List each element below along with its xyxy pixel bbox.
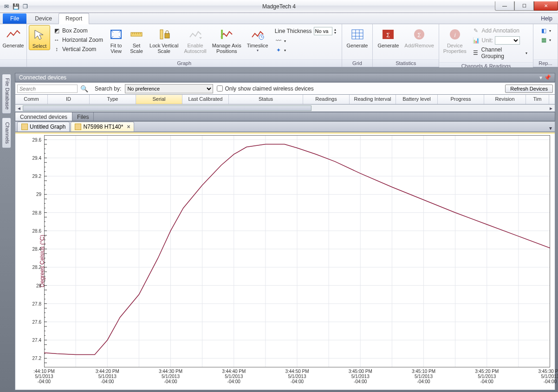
line-thickness-row[interactable]: Line Thickness ▴▾ <box>273 26 338 36</box>
title-bar: ✉ 💾 ❐ MadgeTech 4 — ☐ ✕ <box>0 0 558 13</box>
device-tab[interactable]: Device <box>28 13 58 24</box>
fit-to-view-button[interactable]: Fit to View <box>106 25 126 55</box>
only-claimed-checkbox[interactable]: Only show claimed wireless devices <box>217 85 313 92</box>
scroll-thumb[interactable] <box>23 105 311 111</box>
excel-icon: ▦ <box>540 36 547 44</box>
vertical-zoom-button[interactable]: ↕Vertical Zoom <box>51 45 105 54</box>
scroll-track[interactable] <box>23 105 547 111</box>
box-zoom-icon: ◩ <box>53 27 60 34</box>
column-header[interactable]: Comm <box>15 95 48 104</box>
column-header[interactable]: Serial <box>136 95 182 104</box>
panel-dropdown-icon[interactable]: ▾ <box>539 74 542 81</box>
add-annotation-button[interactable]: ✎Add Annotation <box>470 26 529 35</box>
graph-tabs-options-icon[interactable]: ▾ <box>546 125 555 131</box>
y-tick-label: 29.6 <box>32 137 41 142</box>
autoscroll-icon <box>188 27 203 42</box>
column-header[interactable]: Status <box>229 95 303 104</box>
report-tab[interactable]: Report <box>58 13 89 24</box>
spinner-icon[interactable]: ▴▾ <box>334 28 336 34</box>
column-header[interactable]: Tim <box>526 95 549 104</box>
side-tab-channels[interactable]: Channels <box>2 118 11 148</box>
x-tick-label: 3:44:40 PM5/1/2013-04:00 <box>222 367 246 384</box>
plot-area[interactable]: 27.227.427.627.82828.228.428.628.82929.2… <box>44 135 550 367</box>
graph-doc-icon <box>21 124 28 130</box>
svg-rect-3 <box>165 33 169 38</box>
graph-tab-dataset[interactable]: N75998 HT140*× <box>71 122 134 131</box>
column-header[interactable]: Readings <box>303 95 350 104</box>
device-properties-button[interactable]: i Device Properties <box>441 25 469 55</box>
marker-style-button[interactable]: ✦▾ <box>273 46 338 55</box>
side-tab-file-database[interactable]: File Database <box>2 74 11 114</box>
qat-copy-icon[interactable]: ❐ <box>21 3 29 10</box>
report-excel-button[interactable]: ▦▾ <box>538 35 553 45</box>
report-export-button[interactable]: ◧▾ <box>538 26 553 35</box>
search-by-label: Search by: <box>95 85 121 92</box>
chart-icon <box>6 27 21 42</box>
ribbon: Generate Select ◩Box Zoom ↔Horizontal Zo… <box>0 24 558 67</box>
y-tick-label: 27.8 <box>32 301 41 306</box>
search-input[interactable] <box>17 85 78 93</box>
close-tab-icon[interactable]: × <box>127 124 130 130</box>
set-scale-button[interactable]: Set Scale <box>126 25 147 55</box>
tab-files[interactable]: Files <box>72 112 94 121</box>
enable-autoscroll-button[interactable]: Enable Autoscroll <box>181 25 209 55</box>
column-header[interactable]: Progress <box>438 95 484 104</box>
column-header[interactable]: Battery level <box>396 95 438 104</box>
line-thickness-select[interactable] <box>314 27 332 35</box>
generate-grid-button[interactable]: Generate <box>344 25 371 49</box>
column-header[interactable]: Revision <box>484 95 526 104</box>
line-style-button[interactable]: 〰▾ <box>273 36 338 46</box>
y-tick-label: 28.2 <box>32 265 41 270</box>
generate-stats-button[interactable]: Σ Generate <box>375 25 402 49</box>
group-label-graph: Graph <box>27 59 342 67</box>
horizontal-zoom-icon: ↔ <box>53 36 60 44</box>
minimize-button[interactable]: — <box>495 1 514 11</box>
y-tick-label: 29.4 <box>32 156 41 161</box>
devices-hscroll[interactable]: ◂ ▸ <box>15 105 555 112</box>
select-button[interactable]: Select <box>29 25 50 50</box>
unit-select[interactable] <box>495 36 520 45</box>
maximize-button[interactable]: ☐ <box>514 1 534 11</box>
group-label-rep: Rep... <box>533 59 558 67</box>
grid-icon <box>350 27 365 42</box>
chart-area: Degrees Celsius (°C) 27.227.427.627.8282… <box>15 132 555 390</box>
qat-save-icon[interactable]: 💾 <box>12 3 19 10</box>
help-link[interactable]: Help <box>535 13 558 24</box>
add-remove-button[interactable]: Σ Add/Remove <box>402 25 437 49</box>
close-button[interactable]: ✕ <box>534 1 558 11</box>
channel-grouping-button[interactable]: ☰Channel Grouping ▾ <box>470 46 529 60</box>
column-header[interactable]: Reading Interval <box>350 95 396 104</box>
marker-style-icon: ✦ <box>275 46 282 54</box>
unit-row[interactable]: 📊Unit: <box>470 35 529 46</box>
refresh-devices-button[interactable]: Refresh Devices <box>505 85 553 93</box>
box-zoom-button[interactable]: ◩Box Zoom <box>51 26 105 35</box>
app-title: MadgeTech 4 <box>0 3 558 10</box>
scroll-right-icon[interactable]: ▸ <box>547 105 555 111</box>
lock-vertical-scale-button[interactable]: Lock Vertical Scale <box>147 25 181 55</box>
generate-button[interactable]: Generate <box>2 25 25 49</box>
tab-connected-devices[interactable]: Connected devices <box>15 112 72 121</box>
file-tab[interactable]: File <box>3 13 26 24</box>
graph-tab-untitled[interactable]: Untitled Graph <box>17 122 70 131</box>
column-header[interactable]: Type <box>90 95 136 104</box>
y-tick-label: 28 <box>36 283 41 288</box>
horizontal-zoom-button[interactable]: ↔Horizontal Zoom <box>51 35 105 45</box>
search-by-select[interactable]: No preference <box>125 84 213 93</box>
manage-axis-positions-button[interactable]: Manage Axis Positions <box>209 25 244 55</box>
workspace: File Database Channels Connected devices… <box>0 67 558 392</box>
graph-doc-icon <box>75 124 81 130</box>
ribbon-tabs: File Device Report Help <box>0 13 558 24</box>
scroll-left-icon[interactable]: ◂ <box>15 105 23 111</box>
svg-text:i: i <box>454 32 455 39</box>
vertical-zoom-icon: ↕ <box>53 46 60 53</box>
panel-pin-icon[interactable]: 📌 <box>544 74 551 81</box>
annotation-icon: ✎ <box>472 27 480 34</box>
graph-tabs: Untitled Graph N75998 HT140*× ▾ <box>15 122 555 132</box>
ruler-icon <box>129 27 144 42</box>
column-header[interactable]: Last Calibrated <box>182 95 229 104</box>
qat-mail-icon[interactable]: ✉ <box>3 3 10 10</box>
search-icon[interactable]: 🔍 <box>80 85 88 92</box>
plot-svg <box>44 135 550 367</box>
timeslice-button[interactable]: Timeslice ▾ <box>244 25 271 53</box>
column-header[interactable]: ID <box>48 95 90 104</box>
